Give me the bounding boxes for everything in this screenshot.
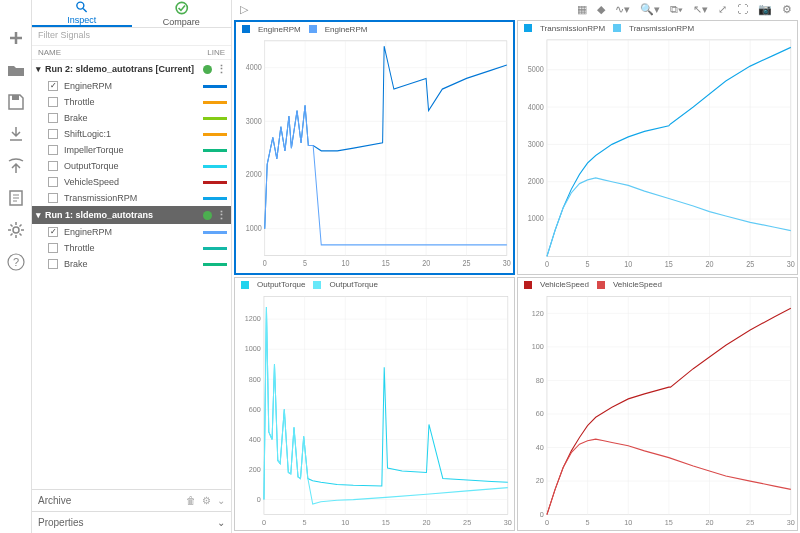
- sidebar: Inspect Compare Filter Signals NAMELINE …: [32, 0, 232, 533]
- tab-inspect-label: Inspect: [67, 15, 96, 25]
- svg-text:30: 30: [504, 517, 512, 526]
- chevron-down-icon[interactable]: ⌄: [217, 517, 225, 528]
- svg-text:800: 800: [249, 374, 261, 383]
- svg-text:60: 60: [536, 408, 544, 417]
- main-area: ▷ ▦ ◆ ∿▾ 🔍▾ ⧉▾ ↖▾ ⤢ ⛶ 📷 ⚙ EngineRPMEngin…: [232, 0, 800, 533]
- signal-row[interactable]: ImpellerTorque: [32, 142, 231, 158]
- signal-row[interactable]: Throttle: [32, 94, 231, 110]
- signal-tree: ▾Run 2: sldemo_autotrans [Current]⋮Engin…: [32, 60, 231, 275]
- svg-text:10: 10: [624, 260, 633, 270]
- save-icon[interactable]: [6, 92, 26, 112]
- plot-panel-trans[interactable]: TransmissionRPMTransmissionRPM1000200030…: [517, 20, 798, 275]
- import-icon[interactable]: [6, 124, 26, 144]
- svg-text:20: 20: [536, 476, 544, 485]
- chart-toolbar: ▷ ▦ ◆ ∿▾ 🔍▾ ⧉▾ ↖▾ ⤢ ⛶ 📷 ⚙: [232, 0, 800, 18]
- gear-icon[interactable]: ⚙: [782, 3, 792, 16]
- svg-text:30: 30: [787, 517, 795, 526]
- svg-text:1200: 1200: [245, 314, 261, 323]
- svg-text:30: 30: [503, 259, 512, 269]
- plot-panel-engine[interactable]: EngineRPMEngineRPM1000200030004000051015…: [234, 20, 515, 275]
- svg-text:20: 20: [705, 260, 714, 270]
- signal-row[interactable]: EngineRPM: [32, 78, 231, 94]
- svg-rect-0: [12, 95, 19, 100]
- add-icon[interactable]: [6, 28, 26, 48]
- chevron-down-icon[interactable]: ⌄: [217, 495, 225, 506]
- signal-row[interactable]: VehicleSpeed: [32, 174, 231, 190]
- svg-text:20: 20: [705, 517, 713, 526]
- svg-text:3000: 3000: [528, 139, 545, 149]
- expand-icon[interactable]: ⤢: [718, 3, 727, 16]
- svg-text:3000: 3000: [246, 116, 263, 126]
- signal-row[interactable]: TransmissionRPM: [32, 190, 231, 206]
- svg-text:5: 5: [586, 517, 590, 526]
- layout-icon[interactable]: ▦: [577, 3, 587, 16]
- col-line: LINE: [197, 48, 225, 57]
- zoom-icon[interactable]: 🔍▾: [640, 3, 660, 16]
- svg-point-6: [176, 2, 187, 13]
- svg-text:4000: 4000: [246, 63, 263, 73]
- svg-text:20: 20: [422, 517, 430, 526]
- signal-row[interactable]: EngineRPM: [32, 224, 231, 240]
- cursor-icon[interactable]: ↖▾: [693, 3, 708, 16]
- svg-text:0: 0: [263, 259, 268, 269]
- help-icon[interactable]: ?: [6, 252, 26, 272]
- svg-text:5000: 5000: [528, 65, 545, 75]
- folder-icon[interactable]: [6, 60, 26, 80]
- clear-icon[interactable]: ◆: [597, 3, 605, 16]
- svg-text:120: 120: [532, 308, 544, 317]
- svg-text:10: 10: [624, 517, 632, 526]
- report-icon[interactable]: [6, 188, 26, 208]
- svg-text:600: 600: [249, 404, 261, 413]
- svg-text:0: 0: [257, 494, 261, 503]
- svg-text:25: 25: [746, 517, 754, 526]
- plot-panel-torque[interactable]: OutputTorqueOutputTorque0200400600800100…: [234, 277, 515, 532]
- svg-text:10: 10: [341, 259, 350, 269]
- fit-icon[interactable]: ⛶: [737, 3, 748, 15]
- svg-text:1000: 1000: [246, 224, 263, 234]
- vertical-toolbar: ?: [0, 0, 32, 533]
- svg-text:25: 25: [746, 260, 755, 270]
- run-row[interactable]: ▾Run 2: sldemo_autotrans [Current]⋮: [32, 60, 231, 78]
- tab-inspect[interactable]: Inspect: [32, 0, 132, 27]
- svg-text:2000: 2000: [246, 170, 263, 180]
- svg-text:1000: 1000: [245, 344, 261, 353]
- svg-text:1000: 1000: [528, 214, 545, 224]
- svg-text:400: 400: [249, 434, 261, 443]
- svg-text:0: 0: [545, 517, 549, 526]
- svg-text:5: 5: [303, 259, 308, 269]
- run-row[interactable]: ▾Run 1: sldemo_autotrans⋮: [32, 206, 231, 224]
- col-name: NAME: [38, 48, 197, 57]
- signal-row[interactable]: Throttle: [32, 240, 231, 256]
- svg-text:2000: 2000: [528, 177, 545, 187]
- gear-icon[interactable]: ⚙: [202, 495, 211, 506]
- signal-row[interactable]: OutputTorque: [32, 158, 231, 174]
- svg-text:200: 200: [249, 464, 261, 473]
- signal-row[interactable]: ShiftLogic:1: [32, 126, 231, 142]
- plot-panel-speed[interactable]: VehicleSpeedVehicleSpeed0204060801001200…: [517, 277, 798, 532]
- svg-text:25: 25: [462, 259, 471, 269]
- signal-row[interactable]: Brake: [32, 110, 231, 126]
- camera-icon[interactable]: 📷: [758, 3, 772, 16]
- archive-section[interactable]: Archive 🗑⚙⌄: [32, 489, 231, 511]
- properties-section[interactable]: Properties ⌄: [32, 511, 231, 533]
- svg-text:15: 15: [382, 517, 390, 526]
- plot-grid: EngineRPMEngineRPM1000200030004000051015…: [232, 18, 800, 533]
- snapshot-icon[interactable]: ⧉▾: [670, 3, 683, 16]
- play-icon[interactable]: ▷: [240, 3, 248, 16]
- signal-row[interactable]: Brake: [32, 256, 231, 272]
- svg-text:30: 30: [787, 260, 796, 270]
- filter-input[interactable]: Filter Signals: [32, 28, 231, 46]
- svg-text:15: 15: [382, 259, 391, 269]
- tab-compare[interactable]: Compare: [132, 0, 232, 27]
- svg-text:10: 10: [341, 517, 349, 526]
- signal-icon[interactable]: ∿▾: [615, 3, 630, 16]
- svg-text:5: 5: [303, 517, 307, 526]
- settings-icon[interactable]: [6, 220, 26, 240]
- svg-text:40: 40: [536, 442, 544, 451]
- trash-icon[interactable]: 🗑: [186, 495, 196, 506]
- svg-point-5: [77, 2, 84, 9]
- svg-text:20: 20: [422, 259, 431, 269]
- svg-text:5: 5: [586, 260, 591, 270]
- svg-text:80: 80: [536, 375, 544, 384]
- export-icon[interactable]: [6, 156, 26, 176]
